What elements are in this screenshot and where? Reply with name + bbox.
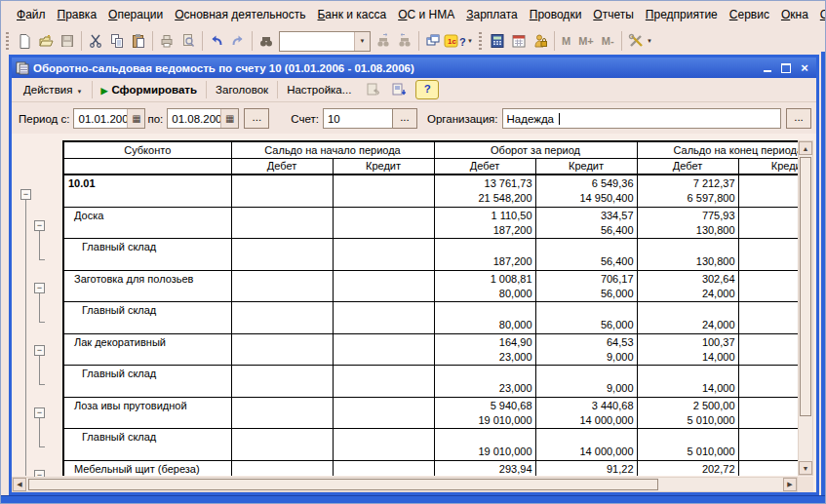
row-label-cell[interactable]: Главный склад: [63, 239, 231, 255]
sum-cell[interactable]: 706,17: [535, 270, 637, 287]
sum-cell[interactable]: [637, 302, 738, 319]
quantity-cell[interactable]: 56,400: [535, 254, 637, 270]
service-tools-icon[interactable]: ▼: [625, 30, 656, 52]
sum-cell[interactable]: [333, 174, 434, 191]
menu-item-операции[interactable]: Операции: [102, 5, 169, 24]
sum-cell[interactable]: 164,90: [434, 333, 535, 350]
row-label-cell[interactable]: Лак декоративный: [63, 333, 231, 350]
sum-cell[interactable]: [738, 397, 798, 413]
sum-cell[interactable]: [333, 270, 434, 287]
quantity-cell[interactable]: 5 010,000: [637, 413, 738, 429]
quantity-cell[interactable]: [738, 223, 798, 239]
quantity-cell[interactable]: 56,000: [535, 318, 637, 333]
windows-cascade-icon[interactable]: [422, 30, 444, 52]
report-title-bar[interactable]: Оборотно-сальдовая ведомость по счету 10…: [12, 58, 816, 78]
sum-cell[interactable]: [231, 270, 333, 287]
sum-cell[interactable]: [738, 207, 798, 223]
sum-cell[interactable]: [231, 302, 333, 319]
sum-cell[interactable]: [231, 366, 333, 382]
quantity-cell[interactable]: [738, 191, 798, 207]
collapse-group-button[interactable]: −: [34, 220, 45, 231]
period-ellipsis-button[interactable]: ...: [244, 108, 269, 129]
organization-input[interactable]: Надежда: [502, 108, 781, 129]
sum-cell[interactable]: [333, 460, 434, 476]
sum-cell[interactable]: 5 940,68: [434, 397, 535, 413]
sum-cell[interactable]: [738, 333, 798, 350]
sum-cell[interactable]: [738, 460, 798, 476]
menu-item-банк-и-касса[interactable]: Банк и касса: [311, 5, 392, 24]
quantity-cell[interactable]: [231, 223, 333, 239]
actions-button[interactable]: Действия ▼: [16, 81, 91, 98]
empty-cell[interactable]: [63, 254, 231, 270]
scroll-up-icon[interactable]: ▲: [799, 141, 812, 155]
quantity-cell[interactable]: 14,000: [637, 350, 738, 366]
scroll-left-icon[interactable]: ◀: [13, 478, 26, 491]
empty-cell[interactable]: [63, 350, 231, 366]
sum-cell[interactable]: [637, 239, 738, 255]
quantity-cell[interactable]: 130,800: [637, 254, 738, 270]
sum-cell[interactable]: [231, 207, 333, 223]
quantity-cell[interactable]: [333, 350, 434, 366]
sum-cell[interactable]: 2 500,00: [637, 397, 738, 413]
save-settings-icon[interactable]: [388, 80, 410, 99]
quantity-cell[interactable]: 187,200: [434, 223, 535, 239]
generate-button[interactable]: ▶Сформировать: [94, 81, 206, 98]
sum-cell[interactable]: [333, 333, 434, 350]
sum-cell[interactable]: [434, 366, 535, 382]
period-to-input[interactable]: 01.08.2006 ▦: [167, 108, 239, 129]
menu-item-справка[interactable]: Справка: [814, 5, 826, 24]
quantity-cell[interactable]: [231, 318, 333, 333]
sum-cell[interactable]: [434, 239, 535, 255]
calendar-picker-icon[interactable]: ▦: [220, 109, 238, 128]
quantity-cell[interactable]: 19 010,000: [434, 445, 535, 460]
sum-cell[interactable]: [434, 302, 535, 319]
minimize-button[interactable]: [760, 61, 775, 75]
collapse-group-button[interactable]: −: [34, 407, 45, 418]
quantity-cell[interactable]: 9,000: [535, 350, 637, 366]
quantity-cell[interactable]: 23,000: [434, 381, 535, 397]
sum-cell[interactable]: 7 212,37: [637, 174, 738, 191]
copy-icon[interactable]: [106, 30, 128, 52]
sum-cell[interactable]: [738, 366, 798, 382]
menu-item-ос-и-нма[interactable]: ОС и НМА: [392, 5, 460, 24]
close-button[interactable]: ×: [797, 61, 812, 75]
sum-cell[interactable]: 775,93: [637, 207, 738, 223]
account-input[interactable]: 10: [323, 108, 393, 129]
chevron-down-icon[interactable]: ▼: [354, 32, 370, 51]
empty-cell[interactable]: [63, 223, 231, 239]
sum-cell[interactable]: 100,37: [637, 333, 738, 350]
quantity-cell[interactable]: [231, 445, 333, 460]
memory-minus-button[interactable]: M-: [598, 35, 618, 47]
find-next-icon[interactable]: [373, 30, 394, 52]
quantity-cell[interactable]: [333, 191, 434, 207]
undo-icon[interactable]: [206, 30, 227, 52]
sum-cell[interactable]: 202,72: [637, 460, 738, 476]
empty-cell[interactable]: [63, 413, 231, 429]
sum-cell[interactable]: [637, 366, 738, 382]
empty-cell[interactable]: [63, 381, 231, 397]
empty-cell[interactable]: [63, 287, 231, 302]
quantity-cell[interactable]: [333, 223, 434, 239]
sum-cell[interactable]: 3 440,68: [535, 397, 637, 413]
period-from-input[interactable]: 01.01.2006 ▦: [73, 108, 145, 129]
menu-item-проводки[interactable]: Проводки: [524, 5, 588, 24]
quantity-cell[interactable]: 14,000: [637, 381, 738, 397]
print-preview-icon[interactable]: [177, 30, 199, 52]
sum-cell[interactable]: [738, 429, 798, 446]
toolbar-grip[interactable]: [6, 32, 9, 50]
sum-cell[interactable]: 91,22: [535, 460, 637, 476]
quantity-cell[interactable]: [333, 413, 434, 429]
sum-cell[interactable]: 64,53: [535, 333, 637, 350]
quantity-cell[interactable]: 56,400: [535, 223, 637, 239]
sum-cell[interactable]: 302,64: [637, 270, 738, 287]
sum-cell[interactable]: [333, 207, 434, 223]
sum-cell[interactable]: [231, 174, 333, 191]
sum-cell[interactable]: [637, 429, 738, 446]
collapse-group-button[interactable]: −: [20, 189, 31, 200]
empty-cell[interactable]: [63, 318, 231, 333]
quantity-cell[interactable]: 130,800: [637, 223, 738, 239]
sum-cell[interactable]: [231, 239, 333, 255]
quantity-cell[interactable]: 80,000: [434, 318, 535, 333]
quantity-cell[interactable]: [231, 381, 333, 397]
sum-cell[interactable]: [333, 397, 434, 413]
